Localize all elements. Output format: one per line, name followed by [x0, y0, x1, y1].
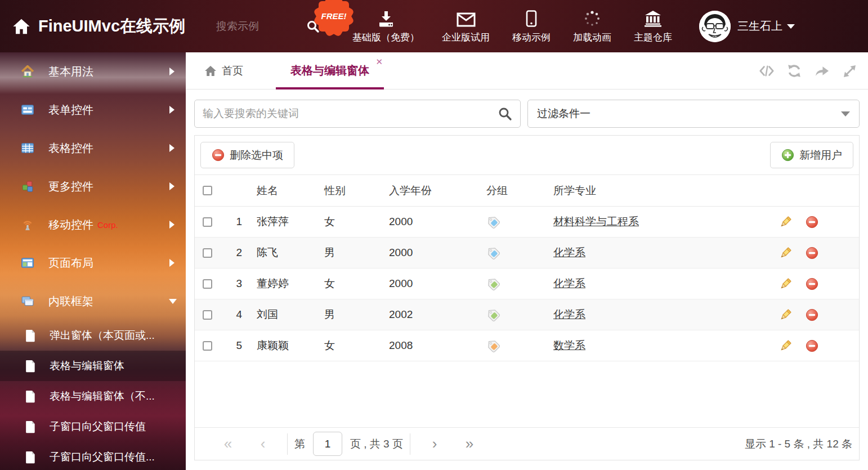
col-header-major[interactable]: 所学专业: [541, 183, 775, 198]
tag-icon: [486, 308, 500, 321]
sidebar-item-basic-usage[interactable]: 基本用法: [0, 52, 186, 91]
delete-row-icon[interactable]: [806, 247, 818, 259]
filter-dropdown[interactable]: 过滤条件一: [527, 100, 860, 128]
bank-icon: [644, 9, 662, 27]
row-checkbox[interactable]: [203, 310, 212, 320]
spinner-icon: [584, 9, 601, 27]
nav-item-enterprise-trial[interactable]: 企业版试用: [442, 9, 490, 44]
prev-page-button[interactable]: ‹: [245, 435, 280, 453]
grid-icon: [21, 142, 34, 154]
row-checkbox[interactable]: [203, 279, 212, 289]
last-page-button[interactable]: »: [452, 435, 487, 453]
header-search-input[interactable]: [216, 20, 301, 33]
chevron-down-icon: [169, 299, 177, 304]
col-header-name[interactable]: 姓名: [251, 183, 321, 198]
cell-name: 刘国: [251, 307, 321, 322]
home-icon[interactable]: [12, 18, 30, 35]
cell-gender: 女: [321, 338, 388, 353]
major-link[interactable]: 化学系: [553, 277, 585, 289]
next-page-button[interactable]: ›: [417, 435, 452, 453]
select-all-checkbox[interactable]: [203, 186, 212, 195]
frames-icon: [21, 295, 34, 307]
row-number: 4: [220, 308, 251, 321]
delete-selected-button[interactable]: 删除选中项: [200, 142, 294, 168]
file-icon: [25, 420, 36, 433]
corp-badge: Corp.: [97, 220, 118, 230]
edit-pencil-icon[interactable]: [779, 277, 792, 290]
source-code-icon[interactable]: [759, 64, 774, 78]
major-link[interactable]: 化学系: [553, 247, 585, 258]
chevron-right-icon: [169, 182, 175, 190]
sidebar-item-label: 表格控件: [48, 141, 93, 156]
sidebar-subitem-child-to-parent-2[interactable]: 子窗口向父窗口传值...: [0, 442, 186, 470]
home-tab-icon: [204, 65, 217, 77]
file-icon: [25, 329, 36, 342]
dropdown-caret-icon: [841, 111, 850, 117]
nav-item-mobile-demo[interactable]: 移动示例: [512, 9, 551, 44]
minus-circle-icon: [212, 149, 225, 162]
sidebar-item-mobile-controls[interactable]: 移动控件 Corp.: [0, 205, 186, 244]
table-row: 1 张萍萍 女 2000 材料科学与工程系: [195, 207, 859, 238]
sidebar-item-more-controls[interactable]: 更多控件: [0, 167, 186, 205]
delete-row-icon[interactable]: [806, 308, 818, 321]
edit-pencil-icon[interactable]: [779, 247, 792, 259]
cell-year: 2000: [388, 247, 473, 259]
sidebar-item-grid-controls[interactable]: 表格控件: [0, 129, 186, 167]
cell-gender: 男: [321, 307, 388, 322]
cell-gender: 男: [321, 245, 388, 260]
sidebar-subitem-label: 子窗口向父窗口传值: [50, 419, 146, 434]
first-page-button[interactable]: «: [211, 435, 245, 453]
col-header-group[interactable]: 分组: [473, 183, 541, 198]
table-empty-area: [195, 361, 859, 427]
free-badge: FREE!: [317, 0, 350, 33]
major-link[interactable]: 材料科学与工程系: [553, 216, 639, 227]
tab-home-label: 首页: [222, 64, 243, 78]
user-caret-icon: [787, 24, 795, 29]
add-user-button[interactable]: 新增用户: [770, 142, 853, 168]
pagination-bar: « ‹ 第 页 , 共 3 页 › » 显示 1 - 5 条 , 共 12 条: [195, 427, 859, 460]
edit-pencil-icon[interactable]: [779, 308, 792, 321]
search-icon[interactable]: [498, 106, 512, 121]
sidebar-item-form-controls[interactable]: 表单控件: [0, 91, 186, 129]
cell-gender: 女: [321, 276, 388, 291]
page-number-input[interactable]: [313, 432, 342, 456]
edit-pencil-icon[interactable]: [779, 339, 792, 352]
row-checkbox[interactable]: [203, 217, 212, 227]
filter-row: 过滤条件一: [186, 89, 868, 128]
fullscreen-icon[interactable]: [842, 64, 857, 78]
sidebar-subitem-child-to-parent[interactable]: 子窗口向父窗口传值: [0, 411, 186, 442]
keyword-search-input[interactable]: [203, 108, 498, 120]
table-header: 姓名 性别 入学年份 分组 所学专业: [195, 174, 859, 207]
refresh-icon[interactable]: [787, 64, 802, 78]
tab-home[interactable]: 首页: [204, 64, 243, 78]
delete-row-icon[interactable]: [806, 216, 818, 229]
col-header-gender[interactable]: 性别: [321, 183, 388, 198]
sidebar-subitem-grid-edit-window-2[interactable]: 表格与编辑窗体（不...: [0, 381, 186, 411]
sidebar-item-iframe[interactable]: 内联框架: [0, 282, 186, 320]
delete-row-icon[interactable]: [806, 339, 818, 352]
major-link[interactable]: 化学系: [553, 308, 585, 320]
nav-item-loading-animations[interactable]: 加载动画: [573, 9, 611, 44]
open-new-window-icon[interactable]: [815, 64, 829, 78]
keyword-search-box: [194, 100, 521, 128]
pager-divider: [410, 433, 410, 455]
delete-row-icon[interactable]: [806, 277, 818, 290]
row-number: 3: [220, 277, 251, 290]
tab-grid-edit-window[interactable]: 表格与编辑窗体 ✕: [276, 52, 384, 89]
row-checkbox[interactable]: [203, 341, 212, 351]
edit-pencil-icon[interactable]: [779, 216, 792, 229]
row-checkbox[interactable]: [203, 248, 212, 258]
form-icon: [21, 104, 34, 116]
nav-item-theme-repo[interactable]: 主题仓库: [634, 9, 672, 44]
file-icon: [25, 451, 36, 464]
tag-icon: [486, 215, 500, 229]
sidebar-item-page-layout[interactable]: 页面布局: [0, 244, 186, 282]
user-menu[interactable]: 三生石上: [699, 11, 795, 42]
tab-close-icon[interactable]: ✕: [375, 57, 383, 67]
sidebar-subitem-popup-window[interactable]: 弹出窗体（本页面或...: [0, 320, 186, 351]
sidebar-subitem-grid-edit-window[interactable]: 表格与编辑窗体: [0, 351, 186, 381]
major-link[interactable]: 数学系: [553, 339, 585, 351]
tag-icon: [486, 246, 500, 259]
nav-item-basic-edition[interactable]: FREE! 基础版（免费）: [352, 9, 419, 44]
col-header-year[interactable]: 入学年份: [388, 183, 473, 198]
